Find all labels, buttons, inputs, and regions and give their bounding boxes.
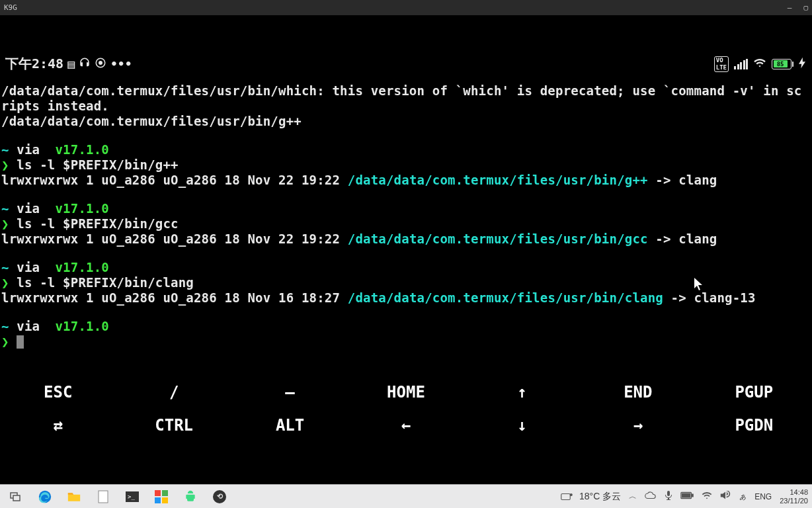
ls-output: lrwxrwxrwx 1 uO_a286 uO_a286 18 Nov 16 1…	[1, 290, 808, 306]
terminal-cursor	[17, 335, 24, 349]
which-output: /data/data/com.termux/files/usr/bin/g++	[1, 114, 808, 129]
windows-taskbar: >_ ⟲ 18°C 多云 ︿ ぁ ENG	[0, 484, 812, 508]
svg-rect-14	[667, 491, 670, 496]
termux-extra-keys: ESC / — HOME ↑ END PGUP ⇄ CTRL ALT ← ↓ →…	[0, 376, 812, 442]
wifi-icon	[753, 58, 766, 71]
svg-rect-10	[155, 497, 161, 503]
tray-chevron-up-icon[interactable]: ︿	[629, 491, 637, 502]
key-up[interactable]: ↑	[464, 378, 580, 407]
charging-icon	[799, 57, 805, 71]
svg-rect-11	[162, 497, 168, 503]
key-down[interactable]: ↓	[464, 411, 580, 440]
status-time: 下午2:48	[5, 55, 63, 73]
key-end[interactable]: END	[580, 378, 696, 407]
headset-icon	[79, 57, 91, 71]
tray-weather[interactable]: 18°C 多云	[561, 491, 621, 503]
prompt-line: ~ via v17.1.0	[1, 201, 808, 216]
svg-rect-8	[155, 490, 161, 496]
svg-rect-16	[692, 494, 693, 497]
more-notifications-icon: •••	[110, 57, 132, 71]
taskbar-explorer[interactable]	[61, 486, 87, 507]
key-pgdn[interactable]: PGDN	[696, 411, 812, 440]
command-line: ❯ ls -l $PREFIX/bin/clang	[1, 275, 808, 290]
tray-ime-icon[interactable]: ぁ	[739, 491, 747, 502]
taskbar-obs[interactable]: ⟲	[206, 486, 233, 507]
prompt-line: ~ via v17.1.0	[1, 319, 808, 334]
key-pgup[interactable]: PGUP	[696, 378, 812, 407]
deprecation-warning: /data/data/com.termux/files/usr/bin/whic…	[1, 83, 808, 114]
key-tab[interactable]: ⇄	[0, 411, 116, 440]
taskbar-photos[interactable]	[148, 486, 175, 507]
taskbar-taskview[interactable]	[3, 486, 29, 507]
window-minimize[interactable]: —	[788, 3, 792, 12]
tray-wifi-icon[interactable]	[702, 491, 712, 502]
tray-volume-icon[interactable]	[720, 491, 731, 502]
taskbar-notepad[interactable]	[90, 486, 116, 507]
svg-text:>_: >_	[128, 493, 135, 500]
app-title: K9G	[4, 3, 17, 12]
notification-icon	[95, 57, 106, 71]
command-line: ❯ ls -l $PREFIX/bin/g++	[1, 157, 808, 173]
command-line: ❯ ls -l $PREFIX/bin/gcc	[1, 216, 808, 232]
tray-language[interactable]: ENG	[754, 492, 772, 501]
key-esc[interactable]: ESC	[0, 378, 116, 407]
terminal-output[interactable]: /data/data/com.termux/files/usr/bin/whic…	[0, 74, 812, 349]
svg-rect-9	[162, 490, 168, 496]
android-status-bar: 下午2:48 ▤ ••• VO LTE 85	[0, 50, 812, 74]
window-maximize[interactable]: ▢	[803, 3, 808, 12]
taskbar-android[interactable]	[177, 486, 204, 507]
svg-point-1	[99, 61, 102, 64]
cellular-signal-icon	[734, 59, 748, 69]
taskbar-terminal[interactable]: >_	[119, 486, 145, 507]
key-alt[interactable]: ALT	[232, 411, 348, 440]
key-ctrl[interactable]: CTRL	[116, 411, 231, 440]
tray-clock[interactable]: 14:48 23/11/20	[780, 488, 808, 505]
key-slash[interactable]: /	[116, 378, 231, 407]
svg-rect-5	[99, 491, 108, 503]
key-right[interactable]: →	[580, 411, 696, 440]
battery-icon: 85	[772, 59, 793, 69]
ls-output: lrwxrwxrwx 1 uO_a286 uO_a286 18 Nov 22 1…	[1, 232, 808, 247]
volte-badge: VO LTE	[714, 56, 729, 72]
prompt-cursor-line[interactable]: ❯	[1, 334, 808, 349]
scrcpy-titlebar: K9G — ▢	[0, 0, 812, 15]
key-dash[interactable]: —	[232, 378, 348, 407]
prompt-line: ~ via v17.1.0	[1, 260, 808, 275]
key-left[interactable]: ←	[348, 411, 464, 440]
tray-onedrive-icon[interactable]	[645, 491, 657, 501]
svg-rect-12	[561, 493, 571, 499]
ls-output: lrwxrwxrwx 1 uO_a286 uO_a286 18 Nov 22 1…	[1, 173, 808, 188]
svg-point-13	[570, 493, 572, 495]
svg-rect-3	[13, 495, 20, 501]
taskbar-edge[interactable]	[32, 486, 58, 507]
key-home[interactable]: HOME	[348, 378, 464, 407]
svg-rect-17	[682, 493, 690, 497]
tray-mic-icon[interactable]	[665, 490, 672, 503]
prompt-line: ~ via v17.1.0	[1, 142, 808, 157]
voice-icon: ▤	[67, 57, 75, 71]
tray-battery-icon[interactable]	[680, 491, 694, 501]
